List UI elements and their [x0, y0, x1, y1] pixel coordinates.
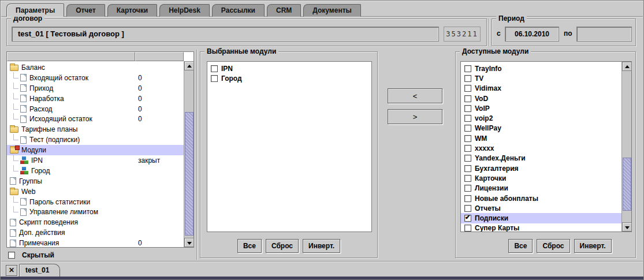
module-item[interactable]: VoIP	[461, 103, 621, 113]
top-tab[interactable]: Карточки	[107, 4, 157, 17]
module-item[interactable]: voip2	[461, 113, 621, 123]
tree-item-label: Тарифные планы	[21, 125, 77, 133]
module-item[interactable]: VoD	[461, 94, 621, 103]
tree-item-label: Наработка	[29, 95, 64, 103]
module-item[interactable]: Подписки	[461, 213, 621, 223]
tree-item-label: Группы	[19, 177, 42, 185]
module-checkbox[interactable]	[464, 145, 471, 152]
module-item[interactable]: xxxxx	[461, 143, 621, 153]
module-item[interactable]: Vidimax	[461, 84, 621, 94]
tree-scrollbar-thumb[interactable]	[185, 112, 193, 236]
list-action-button[interactable]: Все	[508, 239, 533, 253]
module-item[interactable]: TrayInfo	[461, 64, 621, 73]
module-item[interactable]: Бухгалтерия	[461, 163, 621, 173]
module-item[interactable]: Лицензии	[461, 184, 621, 193]
list-action-button[interactable]: Сброс	[537, 239, 569, 253]
top-tab[interactable]: Документы	[303, 4, 360, 17]
tree-row[interactable]: Модули	[7, 145, 184, 155]
top-tab[interactable]: CRM	[267, 4, 301, 17]
tree-header-name-column[interactable]	[7, 52, 135, 61]
panel-separator	[196, 50, 197, 260]
module-label: xxxxx	[475, 144, 494, 152]
tree-row[interactable]: Баланс	[7, 62, 184, 73]
scroll-down-icon[interactable]	[184, 238, 194, 247]
module-checkbox[interactable]	[464, 85, 471, 92]
period-to-field[interactable]	[576, 27, 632, 42]
module-checkbox[interactable]	[464, 225, 471, 232]
module-item[interactable]: WM	[461, 133, 621, 143]
scroll-up-icon[interactable]	[184, 61, 194, 70]
tree-row[interactable]: Скрипт поведения	[7, 217, 184, 227]
tree-item-icon	[20, 115, 27, 123]
top-tab[interactable]: Параметры	[6, 3, 64, 17]
period-from-field[interactable]: 06.10.2010	[505, 27, 559, 42]
module-item[interactable]: WellPay	[461, 124, 621, 133]
move-right-button[interactable]: >	[388, 109, 442, 124]
module-checkbox[interactable]	[464, 175, 471, 182]
module-checkbox[interactable]	[464, 185, 471, 192]
tabbar-divider-highlight	[1, 17, 643, 17]
module-item[interactable]: TV	[461, 73, 621, 83]
module-checkbox[interactable]	[211, 75, 218, 82]
module-checkbox[interactable]	[464, 65, 471, 72]
tree-row[interactable]: Приход 0	[7, 83, 184, 94]
module-checkbox[interactable]	[464, 115, 471, 122]
module-checkbox[interactable]	[464, 125, 471, 132]
module-item[interactable]: Yandex.Деньги	[461, 154, 621, 163]
tree-row[interactable]: Город	[7, 166, 184, 176]
list-action-button[interactable]: Сброс	[266, 239, 299, 253]
tree-item-icon	[10, 65, 18, 71]
module-checkbox[interactable]	[464, 165, 471, 172]
tree-row[interactable]: Расход 0	[7, 104, 184, 114]
tree-header-value-column[interactable]	[135, 52, 184, 61]
available-scrollbar-thumb[interactable]	[623, 158, 631, 211]
module-item[interactable]: Карточки	[461, 173, 621, 183]
move-left-button[interactable]: <	[388, 88, 442, 103]
bottom-tab-contract[interactable]: test_01	[19, 264, 60, 277]
top-tab[interactable]: Отчет	[66, 4, 105, 17]
tree-row[interactable]: Входящий остаток 0	[7, 73, 184, 83]
module-checkbox[interactable]	[464, 75, 471, 82]
tree-row[interactable]: Наработка 0	[7, 94, 184, 104]
module-checkbox[interactable]	[464, 135, 471, 142]
tree-row[interactable]: Тарифные планы	[7, 124, 184, 135]
top-tab[interactable]: HelpDesk	[159, 4, 210, 17]
tree-item-icon	[20, 105, 27, 113]
module-item[interactable]: Новые абонплаты	[461, 193, 621, 203]
hidden-checkbox[interactable]	[8, 252, 15, 259]
module-item[interactable]: Супер Карты	[461, 223, 621, 232]
module-checkbox[interactable]	[464, 215, 471, 222]
close-tab-icon[interactable]: ✕	[6, 265, 17, 276]
tree-row[interactable]: Примечания 0	[7, 238, 184, 247]
module-item[interactable]: Город	[207, 73, 371, 83]
tree-row[interactable]: Управление лимитом	[7, 207, 184, 217]
scroll-down-icon[interactable]	[622, 222, 632, 232]
tree-row[interactable]: Доп. действия	[7, 227, 184, 238]
tree-row[interactable]: Группы	[7, 176, 184, 186]
module-checkbox[interactable]	[211, 65, 218, 72]
tree-body: Баланс Входящий остаток 0 Приход	[7, 61, 184, 247]
scroll-up-icon[interactable]	[622, 62, 632, 71]
tree-row[interactable]: IPN закрыт	[7, 155, 184, 166]
module-item[interactable]: IPN	[207, 64, 371, 73]
tree-row[interactable]: Пароль статистики	[7, 197, 184, 207]
tree-item-icon	[20, 74, 27, 81]
module-item[interactable]: Отчеты	[461, 203, 621, 213]
list-action-button[interactable]: Инверт.	[574, 239, 612, 253]
module-checkbox[interactable]	[464, 95, 471, 102]
tree-row[interactable]: Тест (подписки)	[7, 135, 184, 145]
tree-item-label: Расход	[29, 105, 53, 113]
contract-name-field[interactable]: test_01 [ Тестовый договор ]	[12, 27, 439, 42]
available-modules-scrollbar[interactable]	[621, 62, 631, 232]
tree-scrollbar[interactable]	[184, 61, 193, 247]
list-action-button[interactable]: Инверт.	[303, 239, 340, 253]
available-modules-buttons: ВсеСбросИнверт.	[456, 239, 635, 253]
module-checkbox[interactable]	[464, 155, 471, 162]
module-checkbox[interactable]	[464, 195, 471, 202]
tree-row[interactable]: Исходящий остаток 0	[7, 114, 184, 124]
module-checkbox[interactable]	[464, 105, 471, 112]
module-checkbox[interactable]	[464, 205, 471, 212]
top-tab[interactable]: Рассылки	[212, 4, 265, 17]
tree-row[interactable]: Web	[7, 186, 184, 197]
list-action-button[interactable]: Все	[237, 239, 262, 253]
